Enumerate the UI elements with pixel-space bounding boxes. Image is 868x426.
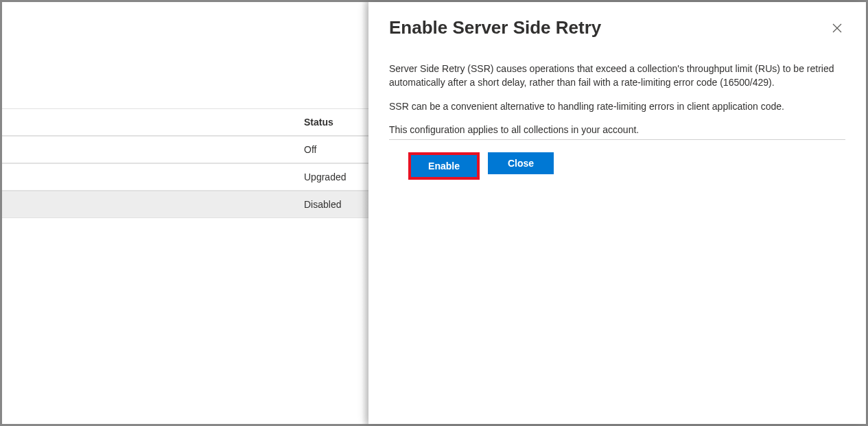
column-header-status: Status (2, 117, 333, 128)
panel-header: Enable Server Side Retry (389, 17, 845, 38)
cell-status: Off (2, 144, 316, 155)
panel-description-1: Server Side Retry (SSR) causes operation… (389, 62, 845, 90)
panel-button-row: Enable Close (389, 152, 845, 180)
enable-button-highlight: Enable (408, 152, 480, 180)
panel-note: This configuration applies to all collec… (389, 123, 845, 140)
panel-title: Enable Server Side Retry (389, 17, 601, 38)
app-frame: Status Off Upgraded Disabled Enable Serv… (0, 0, 868, 426)
close-icon[interactable] (829, 20, 845, 36)
panel-body: Server Side Retry (SSR) causes operation… (389, 62, 845, 180)
cell-status: Upgraded (2, 171, 347, 182)
cell-status: Disabled (2, 199, 341, 210)
close-button[interactable]: Close (488, 152, 554, 174)
enable-button[interactable]: Enable (411, 155, 477, 177)
enable-ssr-panel: Enable Server Side Retry Server Side Ret… (368, 2, 866, 424)
panel-description-2: SSR can be a convenient alternative to h… (389, 99, 845, 113)
